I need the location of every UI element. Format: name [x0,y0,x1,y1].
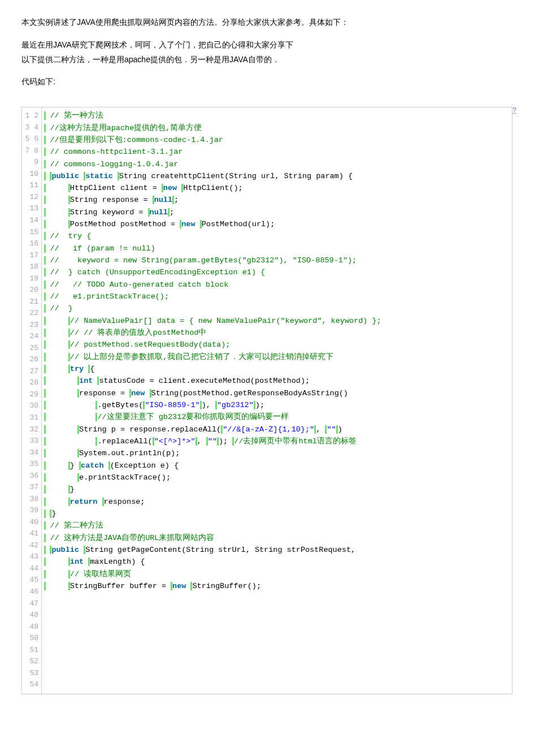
code-keyword: int [79,377,93,385]
code-string: "" [208,437,217,446]
code-text: HttpClient(); [183,184,242,192]
code-text: ; [174,196,179,204]
code-text: StringBuffer buffer = [70,582,171,590]
code-comment: // try { [50,232,91,240]
code-keyword: new [163,184,177,192]
code-text: StringBuffer(); [192,582,261,590]
code-string: "//&[a-zA-Z]{1,10};" [223,425,314,434]
code-comment: // } catch (UnsupportedEncodingException… [50,268,265,277]
code-keyword: static [85,172,113,180]
code-text: String createhttpClient(String url, Stri… [119,172,353,180]
code-text: response = [79,389,129,398]
code-text: e.printStackTrace(); [79,473,171,482]
code-comment: // commons-logging-1.0.4.jar [50,160,178,169]
code-indent [50,365,68,373]
code-comment: // if (param != null) [50,244,155,253]
code-keyword: null [154,196,172,204]
code-text: maxLength) { [90,558,145,566]
code-text: , [197,437,206,446]
code-keyword: return [70,498,98,506]
code-indent [50,317,68,325]
code-text: .getBytes( [97,401,143,409]
code-comment: // 读取结果网页 [70,570,131,578]
code-table: 1 2 3 4 5 6 7 8 9 10 11 12 13 14 15 16 1… [22,107,512,694]
code-text: HttpClient client = [70,184,162,192]
code-text: String(postMethod.getResponseBodyAsStrin… [151,389,348,398]
code-keyword: new [181,220,195,228]
line-number-gutter: 1 2 3 4 5 6 7 8 9 10 11 12 13 14 15 16 1… [23,108,41,693]
code-text: statusCode = client.executeMethod(postMe… [99,377,310,385]
intro-paragraph-4: 代码如下: [21,75,513,89]
code-indent [50,570,68,578]
code-indent [50,389,77,398]
code-text: ; [170,208,174,217]
code-keyword: new [131,389,145,398]
code-comment: //这种方法是用apache提供的包,简单方便 [50,124,202,132]
code-text: response; [104,498,145,506]
code-text: { [90,365,94,373]
code-comment: // NameValuePair[] data = { new NameValu… [70,317,381,325]
code-indent [50,473,77,482]
code-comment: // } [50,304,73,313]
code-indent [50,377,77,385]
code-string: "ISO-8859-1" [145,401,199,409]
code-indent [50,582,68,590]
code-keyword: catch [81,461,104,470]
code-keyword: int [70,558,84,566]
code-indent [50,220,68,228]
code-text: } [70,485,75,494]
code-string: "gb2312" [217,401,254,409]
code-indent [50,413,95,421]
code-indent [50,558,68,566]
code-indent [50,449,77,457]
code-comment: //但是要用到以下包:commons-codec-1.4.jar [50,136,223,144]
code-text: .replaceAll( [97,437,152,446]
code-comment: // 这种方法是JAVA自带的URL来抓取网站内容 [50,534,214,542]
code-indent [50,353,68,361]
code-string: "<[^>]*>" [154,437,196,446]
code-indent [50,437,95,446]
code-text: ); [255,401,264,409]
code-comment: // // 将表单的值放入postMethod中 [70,329,207,337]
intro-paragraph-2: 最近在用JAVA研究下爬网技术，呵呵，入了个门，把自己的心得和大家分享下 [21,38,513,52]
code-indent [50,461,68,470]
help-icon[interactable]: ? [513,106,516,114]
code-comment: // e1.printStackTrace(); [50,292,169,301]
code-comment: // 第一种方法 [50,111,103,120]
code-comment: // 第二种方法 [50,521,103,530]
code-indent [50,184,68,192]
code-text: String p = response.replaceAll( [79,425,221,434]
code-text: System.out.println(p); [79,449,180,457]
code-keyword: null [150,208,168,217]
code-text: , [316,425,325,434]
code-keyword: public [51,172,79,180]
article-body: 本文实例讲述了JAVA使用爬虫抓取网站网页内容的方法。分享给大家供大家参考。具体… [0,0,534,103]
intro-paragraph-1: 本文实例讲述了JAVA使用爬虫抓取网站网页内容的方法。分享给大家供大家参考。具体… [21,16,513,29]
code-text: ), [202,401,215,409]
code-text: } [51,509,56,518]
code-text: String keyword = [70,208,148,217]
code-indent [50,340,68,349]
code-string: "" [327,425,336,434]
code-indent [50,401,95,409]
code-indent [50,196,68,204]
code-comment: // 以上部分是带参数抓取,我自己把它注销了．大家可以把注销消掉研究下 [70,353,333,361]
code-comment: // postMethod.setRequestBody(data); [70,340,231,349]
intro-paragraph-3: 以下提供二种方法，一种是用apache提供的包．另一种是用JAVA自带的． [21,53,513,67]
code-comment: // // TODO Auto-generated catch block [50,280,228,289]
code-keyword: public [51,546,79,554]
code-text: String response = [70,196,153,204]
code-keyword: new [172,582,186,590]
code-comment: //这里要注意下 gb2312要和你抓取网页的编码要一样 [97,413,289,421]
code-content: // 第一种方法 //这种方法是用apache提供的包,简单方便 //但是要用到… [44,110,511,592]
code-text: (Exception e) { [110,461,179,470]
code-text: ) [338,425,342,434]
code-comment: //去掉网页中带有html语言的标签 [234,437,357,446]
code-indent [50,329,68,337]
code-indent [50,485,68,494]
code-indent [50,425,77,434]
code-indent [50,208,68,217]
code-text: PostMethod postMethod = [70,220,180,228]
code-text: String getPageContent(String strUrl, Str… [85,546,355,554]
code-comment: // commons-httpclient-3.1.jar [50,148,183,156]
